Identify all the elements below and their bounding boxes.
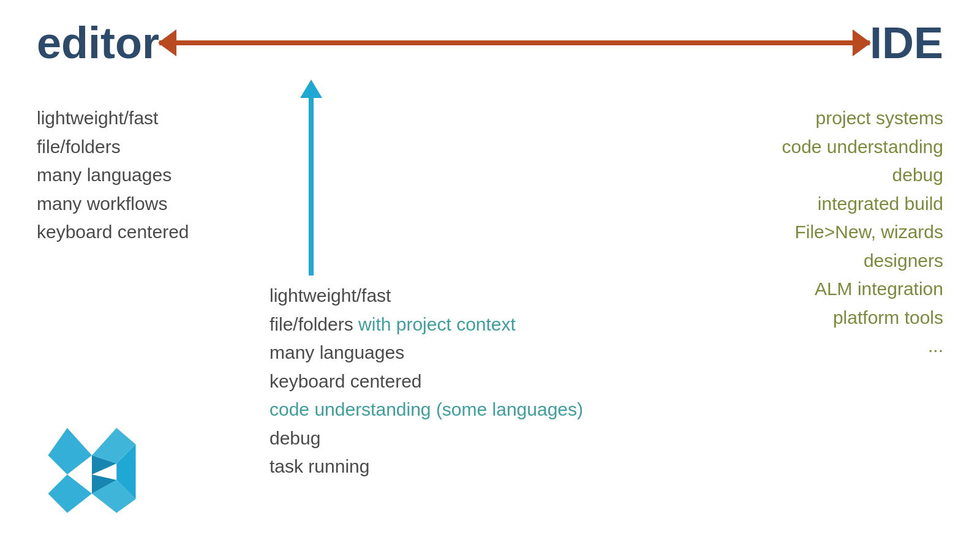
vertical-arrow-head (300, 80, 322, 98)
list-item: code understanding (710, 133, 943, 162)
list-item: many languages (37, 161, 270, 190)
list-item: designers (710, 247, 943, 276)
list-item: ... (710, 332, 943, 361)
list-item: integrated build (710, 190, 943, 219)
horizontal-arrow-line (159, 40, 870, 45)
list-item: lightweight/fast (270, 282, 710, 310)
list-item: project systems (710, 104, 943, 133)
list-item: lightweight/fast (37, 104, 270, 133)
header-row: editor IDE (0, 0, 980, 67)
list-item: file/folders (37, 133, 270, 162)
vscode-features-list: lightweight/fast file/folders with proje… (270, 282, 710, 481)
list-item: code understanding (some languages) (270, 395, 710, 424)
vscode-logo (37, 422, 147, 527)
list-item: many workflows (37, 190, 270, 219)
vertical-arrow-container (300, 80, 322, 276)
list-item: ALM integration (710, 275, 943, 304)
list-item: keyboard centered (37, 218, 270, 247)
vertical-arrow-line (309, 98, 314, 276)
list-item: file/folders with project context (270, 310, 710, 339)
center-column: lightweight/fast file/folders with proje… (270, 80, 710, 545)
list-item: many languages (270, 339, 710, 367)
horizontal-arrow (159, 39, 870, 47)
vscode-logo-svg (37, 422, 147, 527)
main-content: lightweight/fast file/folders many langu… (0, 67, 980, 545)
list-item: task running (270, 452, 710, 481)
ide-label: IDE (870, 21, 943, 65)
list-item: debug (710, 161, 943, 190)
list-item: debug (270, 424, 710, 453)
highlight-text: with project context (358, 314, 516, 334)
ide-features-column: project systems code understanding debug… (710, 80, 943, 545)
horizontal-arrow-container (159, 18, 870, 67)
list-item: keyboard centered (270, 367, 710, 396)
list-item: File>New, wizards (710, 218, 943, 247)
editor-label: editor (37, 21, 159, 65)
list-item: platform tools (710, 304, 943, 332)
